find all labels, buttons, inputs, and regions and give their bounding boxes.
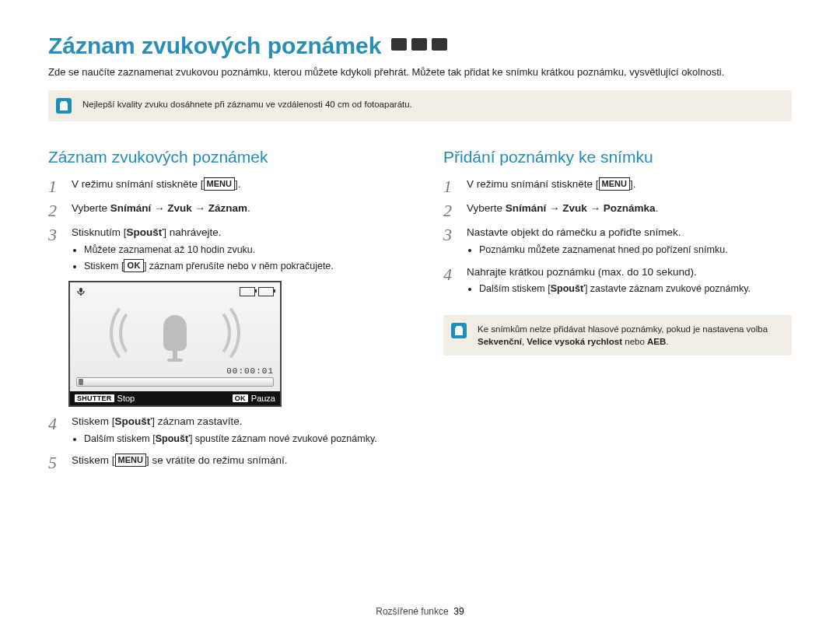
- menu-path: Záznam: [208, 202, 247, 214]
- text: .: [247, 202, 250, 214]
- pause-label: Pauza: [251, 394, 275, 403]
- page-number: 39: [453, 606, 464, 617]
- step-number: 5: [48, 454, 62, 471]
- option-name: AEB: [647, 337, 666, 346]
- sound-wave-icon: [187, 299, 240, 367]
- text: ] zastavte záznam zvukové poznámky.: [585, 283, 751, 294]
- microphone-icon: [163, 315, 187, 351]
- left-step-3: 3 Stisknutím [Spoušť] nahrávejte. Můžete…: [48, 226, 397, 275]
- text: .: [656, 202, 659, 214]
- bullet-list: Poznámku můžete zaznamenat hned po poříz…: [467, 243, 792, 257]
- step-body: Vyberte Snímání → Zvuk → Poznámka.: [467, 201, 792, 219]
- step-body: Nahrajte krátkou poznámku (max. do 10 se…: [467, 265, 792, 298]
- microphone-graphic: [105, 302, 245, 364]
- note-icon: [451, 323, 467, 338]
- right-step-3: 3 Nastavte objekt do rámečku a pořiďte s…: [443, 226, 792, 258]
- text: ] záznam zastavíte.: [152, 415, 242, 427]
- list-item: Můžete zaznamenat až 10 hodin zvuku.: [84, 243, 397, 257]
- right-heading: Přidání poznámky ke snímku: [443, 148, 792, 166]
- step-number: 4: [443, 265, 457, 298]
- recorder-illustration: 00:00:01 SHUTTER Stop OK Pauza: [68, 281, 282, 407]
- text: Dalším stiskem [: [479, 283, 551, 294]
- menu-button: MENU: [115, 454, 146, 467]
- step-number: 2: [443, 201, 457, 219]
- right-step-1: 1 V režimu snímání stiskněte [MENU].: [443, 177, 792, 195]
- right-note: Ke snímkům nelze přidávat hlasové poznám…: [443, 315, 792, 356]
- arrow: →: [192, 202, 208, 214]
- page-footer: Rozšířené funkce 39: [0, 606, 840, 617]
- text: nebo: [622, 337, 647, 346]
- bullet-list: Dalším stiskem [Spoušť] spustíte záznam …: [72, 433, 397, 447]
- ok-button: OK: [124, 259, 144, 272]
- text: V režimu snímání stiskněte [: [467, 178, 599, 190]
- step-number: 3: [443, 226, 457, 258]
- recorder-bottom-bar: SHUTTER Stop OK Pauza: [70, 391, 280, 405]
- left-step-5: 5 Stiskem [MENU] se vrátíte do režimu sn…: [48, 454, 397, 471]
- step-body: Nastavte objekt do rámečku a pořiďte sní…: [467, 226, 792, 258]
- bullet-list: Můžete zaznamenat až 10 hodin zvuku. Sti…: [72, 243, 397, 273]
- shutter-label: Spoušť: [127, 226, 164, 238]
- menu-path: Zvuk: [167, 202, 192, 214]
- manual-page: Záznam zvukových poznámek Zde se naučíte…: [0, 0, 840, 634]
- dual-mode-icon: [411, 38, 427, 51]
- text: Ke snímkům nelze přidávat hlasové poznám…: [478, 324, 768, 334]
- footer-section: Rozšířené funkce: [376, 606, 448, 617]
- list-item: Stiskem [OK] záznam přerušíte nebo v něm…: [84, 259, 397, 274]
- list-item: Dalším stiskem [Spoušť] zastavte záznam …: [479, 282, 792, 296]
- camera-mode-icon: [391, 38, 407, 51]
- text: .: [666, 337, 668, 346]
- list-item: Dalším stiskem [Spoušť] spustíte záznam …: [84, 433, 397, 447]
- pause-control: OK Pauza: [233, 394, 275, 403]
- battery-icon: [240, 287, 274, 296]
- text: ] spustíte záznam nové zvukové poznámky.: [190, 433, 377, 444]
- step-body: Stiskem [MENU] se vrátíte do režimu sním…: [72, 454, 397, 471]
- menu-path: Zvuk: [562, 202, 587, 214]
- recording-time: 00:00:01: [226, 366, 274, 376]
- text: ] záznam přerušíte nebo v něm pokračujet…: [144, 261, 334, 271]
- page-title: Záznam zvukových poznámek: [48, 33, 381, 59]
- progress-area: 00:00:01: [76, 366, 274, 387]
- arrow: →: [587, 202, 604, 214]
- step-body: Stisknutím [Spoušť] nahrávejte. Můžete z…: [72, 226, 397, 275]
- text: Vyberte: [72, 202, 110, 214]
- right-column: Přidání poznámky ke snímku 1 V režimu sn…: [443, 148, 792, 478]
- ok-key-icon: OK: [233, 394, 248, 402]
- menu-path: Snímání: [506, 202, 547, 214]
- arrow: →: [546, 202, 562, 214]
- list-item: Poznámku můžete zaznamenat hned po poříz…: [479, 243, 792, 257]
- stop-control: SHUTTER Stop: [75, 394, 135, 403]
- text: Stisknutím [: [72, 226, 127, 238]
- page-title-row: Záznam zvukových poznámek: [48, 33, 792, 62]
- text: Nastavte objekt do rámečku a pořiďte sní…: [467, 226, 681, 238]
- svg-rect-0: [79, 288, 82, 292]
- step-body: Stiskem [Spoušť] záznam zastavíte. Další…: [72, 415, 397, 447]
- step-body: V režimu snímání stiskněte [MENU].: [72, 177, 397, 195]
- text: V režimu snímání stiskněte [: [72, 178, 204, 190]
- step-body: Vyberte Snímání → Zvuk → Záznam.: [72, 201, 397, 219]
- step-number: 3: [48, 226, 62, 275]
- step-number: 1: [48, 177, 62, 195]
- right-step-4: 4 Nahrajte krátkou poznámku (max. do 10 …: [443, 265, 792, 298]
- option-name: Sekvenční: [478, 337, 522, 346]
- text: ].: [630, 178, 636, 190]
- text: Stiskem [: [72, 454, 115, 466]
- text: Nahrajte krátkou poznámku (max. do 10 se…: [467, 266, 697, 278]
- step-number: 2: [48, 201, 62, 219]
- left-step-1: 1 V režimu snímání stiskněte [MENU].: [48, 177, 397, 195]
- text: ] nahrávejte.: [163, 226, 221, 238]
- top-note-text: Nejlepší kvality zvuku dosáhnete při záz…: [82, 98, 412, 110]
- step-body: V režimu snímání stiskněte [MENU].: [467, 177, 792, 195]
- stop-label: Stop: [117, 394, 135, 403]
- text: Vyberte: [467, 202, 506, 214]
- text: ].: [235, 178, 241, 190]
- left-column: Záznam zvukových poznámek 1 V režimu sní…: [48, 148, 397, 478]
- right-note-text: Ke snímkům nelze přidávat hlasové poznám…: [478, 323, 781, 348]
- mode-icons: [391, 38, 447, 51]
- left-heading: Záznam zvukových poznámek: [48, 148, 397, 166]
- text: Stiskem [: [84, 261, 124, 271]
- mic-indicator-icon: [76, 287, 86, 296]
- sound-wave-icon: [119, 306, 158, 359]
- option-name: Velice vysoká rychlost: [527, 337, 622, 346]
- note-icon: [56, 98, 72, 114]
- bullet-list: Dalším stiskem [Spoušť] zastavte záznam …: [467, 282, 792, 296]
